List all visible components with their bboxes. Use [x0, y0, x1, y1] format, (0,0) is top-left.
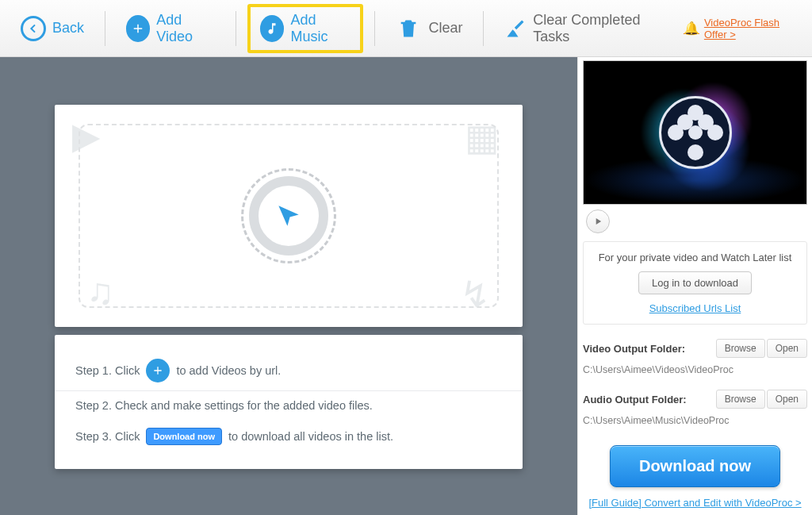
toolbar-divider — [236, 11, 236, 46]
step-1: Step 1. Click to add Videos by url. — [75, 351, 502, 390]
video-output-path: C:\Users\Aimee\Videos\VideoProc — [583, 364, 807, 375]
toolbar-divider — [105, 11, 105, 46]
add-music-button[interactable]: Add Music — [247, 4, 362, 53]
dropzone-ring — [241, 168, 336, 263]
steps-card: Step 1. Click to add Videos by url. Step… — [55, 335, 523, 469]
main-panel: ▶ ♫ ▦ ↯ Step 1. Click to add Videos by u… — [0, 57, 577, 515]
film-reel-icon — [659, 96, 732, 169]
play-controls — [583, 205, 807, 238]
video-open-button[interactable]: Open — [767, 339, 807, 358]
broom-icon — [504, 17, 527, 40]
video-output-label: Video Output Folder: — [583, 343, 685, 355]
step-1-text-a: Step 1. Click — [75, 364, 140, 377]
full-guide-link[interactable]: [Full Guide] Convert and Edit with Video… — [583, 497, 807, 509]
content-area: ▶ ♫ ▦ ↯ Step 1. Click to add Videos by u… — [0, 57, 812, 515]
download-now-button[interactable]: Download now — [610, 445, 780, 487]
step-2: Step 2. Check and make settings for the … — [75, 391, 502, 420]
audio-output-section: Audio Output Folder: Browse Open C:\User… — [583, 390, 807, 426]
audio-open-button[interactable]: Open — [767, 390, 807, 409]
add-music-label: Add Music — [290, 12, 350, 45]
video-preview — [583, 60, 807, 205]
step-1-add-icon — [146, 359, 170, 382]
add-video-button[interactable]: Add Video — [117, 7, 224, 50]
step-3-text-a: Step 3. Click — [75, 430, 140, 443]
step-1-text-b: to add Videos by url. — [176, 364, 281, 377]
dropzone-border — [79, 124, 499, 308]
trash-icon — [395, 15, 422, 42]
back-label: Back — [52, 20, 84, 37]
add-video-icon — [126, 15, 150, 42]
clear-completed-label: Clear Completed Tasks — [533, 12, 663, 45]
toolbar-divider — [483, 11, 484, 46]
login-button[interactable]: Log in to download — [638, 271, 752, 294]
promo-label: VideoProc Flash Offer > — [704, 17, 801, 40]
clear-button[interactable]: Clear — [385, 10, 472, 47]
back-icon — [21, 16, 46, 41]
step-3-download-badge: Download now — [146, 428, 222, 445]
clear-completed-button[interactable]: Clear Completed Tasks — [495, 7, 672, 50]
add-video-label: Add Video — [156, 12, 215, 45]
video-output-section: Video Output Folder: Browse Open C:\User… — [583, 339, 807, 375]
audio-output-label: Audio Output Folder: — [583, 394, 687, 405]
private-video-message: For your private video and Watch Later l… — [599, 252, 792, 263]
back-button[interactable]: Back — [11, 11, 94, 46]
side-panel: For your private video and Watch Later l… — [577, 57, 812, 515]
audio-browse-button[interactable]: Browse — [716, 390, 765, 409]
video-browse-button[interactable]: Browse — [716, 339, 765, 358]
bell-icon: 🔔 — [684, 21, 699, 36]
login-info-box: For your private video and Watch Later l… — [583, 241, 807, 325]
audio-output-path: C:\Users\Aimee\Music\VideoProc — [583, 415, 807, 426]
step-3-text-b: to download all videos in the list. — [228, 430, 393, 443]
add-music-icon — [260, 15, 284, 42]
step-2-text: Step 2. Check and make settings for the … — [75, 399, 373, 412]
dropzone-inner-ring — [249, 176, 328, 256]
subscribed-urls-link[interactable]: Subscribed Urls List — [649, 302, 741, 314]
promo-link[interactable]: 🔔 VideoProc Flash Offer > — [684, 17, 801, 40]
toolbar-divider — [374, 11, 375, 46]
play-button[interactable] — [586, 209, 610, 233]
cursor-icon — [274, 201, 304, 231]
toolbar: Back Add Video Add Music Clear Clear Com… — [0, 0, 812, 57]
clear-label: Clear — [428, 20, 462, 37]
dropzone[interactable]: ▶ ♫ ▦ ↯ — [55, 105, 523, 327]
step-3: Step 3. Click Download now to download a… — [75, 420, 502, 453]
